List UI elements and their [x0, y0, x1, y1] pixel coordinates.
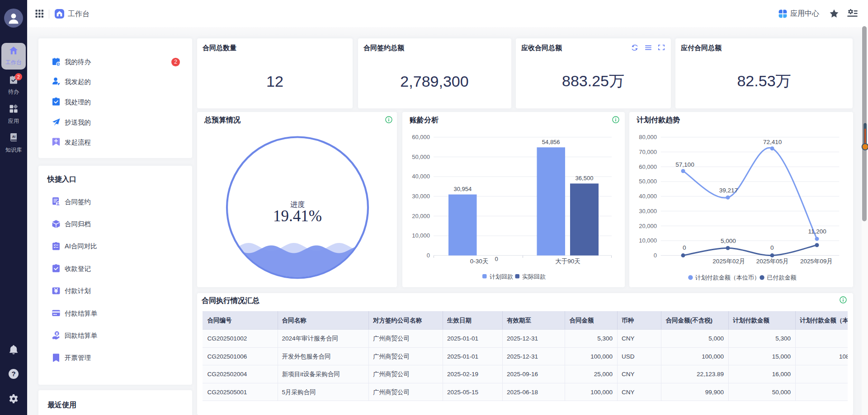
svg-text:0: 0 [427, 252, 430, 259]
svg-text:19.41%: 19.41% [273, 207, 322, 225]
svg-text:11,200: 11,200 [808, 228, 826, 235]
svg-text:10,000: 10,000 [412, 232, 430, 239]
svg-text:大于90天: 大于90天 [555, 258, 580, 265]
svg-text:?: ? [11, 370, 15, 378]
svg-text:39,217: 39,217 [719, 187, 738, 194]
svg-text:2025年05月: 2025年05月 [756, 258, 789, 265]
svg-text:0: 0 [495, 256, 498, 262]
svg-text:计划回款: 计划回款 [490, 273, 513, 280]
svg-text:60,000: 60,000 [639, 163, 657, 170]
svg-text:36,500: 36,500 [576, 175, 594, 182]
svg-text:0: 0 [770, 244, 774, 251]
svg-text:50,000: 50,000 [639, 178, 657, 185]
svg-text:2025年09月: 2025年09月 [800, 258, 833, 265]
svg-text:50,000: 50,000 [412, 154, 430, 160]
svg-text:计划付款金额（本位币）: 计划付款金额（本位币） [695, 274, 760, 281]
svg-text:5,000: 5,000 [721, 238, 736, 244]
svg-text:AI: AI [12, 135, 16, 139]
svg-text:0: 0 [654, 252, 657, 259]
svg-text:60,000: 60,000 [412, 134, 430, 140]
svg-text:30,000: 30,000 [639, 208, 657, 214]
svg-text:2025年02月: 2025年02月 [712, 258, 745, 265]
svg-text:80,000: 80,000 [639, 134, 657, 140]
svg-text:54,856: 54,856 [542, 139, 560, 145]
svg-text:30,954: 30,954 [453, 186, 472, 192]
svg-text:57,100: 57,100 [675, 161, 694, 168]
svg-text:10,000: 10,000 [639, 237, 657, 244]
svg-text:20,000: 20,000 [639, 223, 657, 229]
svg-text:40,000: 40,000 [639, 193, 657, 200]
svg-text:40,000: 40,000 [412, 173, 430, 180]
svg-text:72,410: 72,410 [763, 139, 782, 145]
svg-text:30,000: 30,000 [412, 193, 430, 200]
svg-text:20,000: 20,000 [412, 213, 430, 219]
svg-text:70,000: 70,000 [639, 149, 657, 155]
svg-text:0: 0 [683, 244, 686, 251]
svg-text:实际回款: 实际回款 [522, 273, 546, 280]
svg-text:0-30天: 0-30天 [470, 258, 489, 265]
svg-text:已付款金额: 已付款金额 [767, 274, 796, 281]
